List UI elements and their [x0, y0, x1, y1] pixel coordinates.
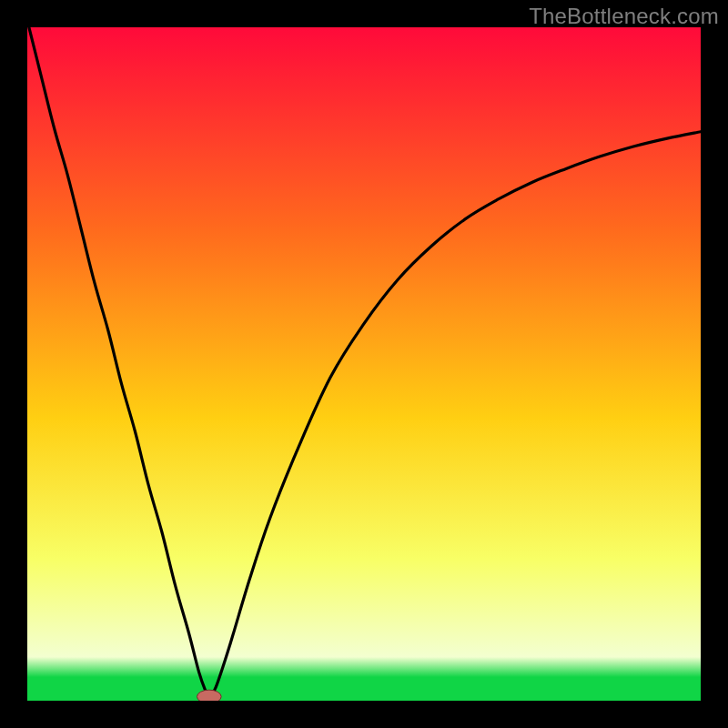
chart-svg	[27, 27, 701, 701]
gradient-background	[27, 27, 701, 701]
plot-area	[27, 27, 701, 701]
attribution-watermark: TheBottleneck.com	[529, 4, 719, 29]
minimum-marker	[197, 690, 221, 701]
chart-stage: TheBottleneck.com	[0, 0, 728, 728]
